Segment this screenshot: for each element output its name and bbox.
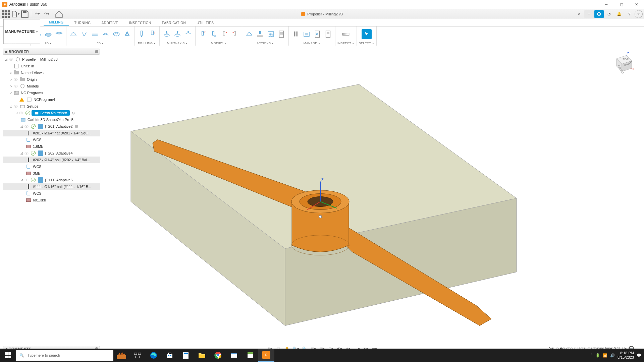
taskbar-calculator[interactable] xyxy=(178,349,194,362)
modify-toolpath-icon[interactable] xyxy=(219,29,229,39)
workspace-selector[interactable]: MANUFACTURE xyxy=(3,19,40,44)
tree-op1-tool[interactable]: #201 - Ø1/4" flat (#201 - 1/4" Squ... xyxy=(3,130,100,136)
tree-models[interactable]: ▷Models xyxy=(3,83,100,89)
hole-recognition-icon[interactable] xyxy=(147,29,157,39)
ribbon-label-3d[interactable]: 3D xyxy=(97,42,104,45)
tree-setup-roughout[interactable]: ◿Setup Roughout⊙ xyxy=(3,110,100,116)
tray-battery-icon[interactable]: 🔋 xyxy=(595,353,600,358)
measure-icon[interactable] xyxy=(341,29,351,39)
view-cube[interactable]: Z TOP FRONT RIGHT X xyxy=(607,51,634,77)
2d-face-icon[interactable] xyxy=(54,29,64,39)
close-doc-button[interactable]: ✕ xyxy=(574,10,584,18)
tree-op1-size[interactable]: 1.6Mb xyxy=(3,143,100,150)
taskbar-search[interactable]: 🔍Type here to search xyxy=(16,350,113,361)
machine-library-icon[interactable] xyxy=(302,29,312,39)
home-button[interactable] xyxy=(55,10,63,18)
taskbar-fusion[interactable]: F xyxy=(258,349,274,362)
profile-button[interactable]: JC xyxy=(635,10,643,18)
start-button[interactable] xyxy=(0,349,16,362)
ribbon-label-actions[interactable]: ACTIONS xyxy=(257,42,274,45)
template-library-icon[interactable]: G xyxy=(312,29,322,39)
close-button[interactable]: ✕ xyxy=(629,0,644,9)
3d-adaptive-icon[interactable] xyxy=(68,29,78,39)
3d-horizontal-icon[interactable] xyxy=(90,29,100,39)
modify-delete-icon[interactable] xyxy=(230,29,240,39)
minimize-button[interactable]: ─ xyxy=(599,0,614,9)
help-button[interactable]: ? xyxy=(625,10,634,18)
taskbar-chrome[interactable] xyxy=(210,349,226,362)
tree-named-views[interactable]: ▷Named Views xyxy=(3,69,100,76)
tree-op1-wcs[interactable]: WCS xyxy=(3,136,100,143)
taskbar-taskview[interactable] xyxy=(129,349,146,362)
new-tab-button[interactable]: ＋ xyxy=(584,10,594,18)
browser-header[interactable]: ◀BROWSER xyxy=(3,49,100,55)
post-process-icon[interactable]: G1G2 xyxy=(266,29,276,39)
tree-op2-tool[interactable]: #202 - Ø1/4" ball (#202 - 1/4" Bal... xyxy=(3,157,100,163)
tab-utilities[interactable]: UTILITIES xyxy=(191,20,219,26)
job-status-button[interactable]: ◔ xyxy=(604,10,614,18)
tree-ncprogram4[interactable]: NCProgram4 xyxy=(3,96,100,103)
task-manager-icon[interactable] xyxy=(323,29,333,39)
taskbar-edge[interactable] xyxy=(146,349,162,362)
tab-inspection[interactable]: INSPECTION xyxy=(124,20,157,26)
ribbon-label-manage[interactable]: MANAGE xyxy=(304,42,320,45)
ribbon-label-inspect[interactable]: INSPECT xyxy=(337,42,355,45)
ribbon-label-drilling[interactable]: DRILLING xyxy=(138,42,156,45)
taskbar-store[interactable] xyxy=(162,349,178,362)
modify-tool-icon[interactable] xyxy=(198,29,208,39)
maximize-button[interactable]: ▢ xyxy=(614,0,629,9)
extensions-button[interactable] xyxy=(594,10,604,18)
ribbon-label-2d[interactable]: 2D xyxy=(45,42,52,45)
tree-setups[interactable]: ◿Setups xyxy=(3,103,100,110)
tree-op3-tool[interactable]: #111 - Ø1/16" ball (#111 - 1/16" B... xyxy=(3,183,100,190)
data-panel-button[interactable] xyxy=(2,10,10,18)
modify-trim-icon[interactable] xyxy=(208,29,218,39)
tray-chevron-icon[interactable]: ˄ xyxy=(591,353,593,358)
tree-root[interactable]: ◿Propeller - Milling2 v3 xyxy=(3,56,100,63)
tree-op3[interactable]: ◿[T111] Adaptive5 xyxy=(3,177,100,183)
tree-op3-size[interactable]: 601.3kb xyxy=(3,197,100,203)
3d-contour-icon[interactable] xyxy=(111,29,121,39)
generate-icon[interactable] xyxy=(244,29,254,39)
ribbon-label-multiaxis[interactable]: MULTI-AXIS xyxy=(167,42,188,45)
file-menu-button[interactable]: ▾ xyxy=(11,10,20,18)
tray-notifications-icon[interactable]: 💬 xyxy=(637,353,641,358)
multiaxis-swarf-icon[interactable] xyxy=(162,29,172,39)
3d-parallel-icon[interactable] xyxy=(101,29,111,39)
simulate-icon[interactable] xyxy=(255,29,265,39)
tree-op3-wcs[interactable]: WCS xyxy=(3,190,100,197)
tree-origin[interactable]: ▷Origin xyxy=(3,76,100,83)
3d-pocket-icon[interactable] xyxy=(79,29,89,39)
ribbon-label-select[interactable]: SELECT xyxy=(359,42,374,45)
tree-op2-wcs[interactable]: WCS xyxy=(3,163,100,170)
tree-units[interactable]: Units: in xyxy=(3,63,100,69)
save-button[interactable] xyxy=(20,10,29,18)
multiaxis-contour-icon[interactable] xyxy=(172,29,182,39)
tab-fabrication[interactable]: FABRICATION xyxy=(157,20,191,26)
tab-turning[interactable]: TURNING xyxy=(69,20,96,26)
undo-button[interactable]: ↶▾ xyxy=(33,10,42,18)
multiaxis-flow-icon[interactable] xyxy=(183,29,193,39)
tool-library-icon[interactable] xyxy=(291,29,301,39)
tray-clock[interactable]: 8:18 PM8/15/2023 xyxy=(618,351,634,360)
2d-pocket-icon[interactable] xyxy=(43,29,53,39)
tab-milling[interactable]: MILLING xyxy=(44,19,69,26)
taskbar-weather[interactable] xyxy=(113,349,129,362)
setup-sheet-icon[interactable] xyxy=(276,29,286,39)
tree-op2-size[interactable]: 3Mb xyxy=(3,170,100,177)
taskbar-app2[interactable] xyxy=(242,349,258,362)
system-tray[interactable]: ˄ 🔋 📶 🔊 8:18 PM8/15/2023 💬 xyxy=(591,351,644,360)
tab-additive[interactable]: ADDITIVE xyxy=(96,20,124,26)
redo-button[interactable]: ↷▾ xyxy=(42,10,51,18)
taskbar-app1[interactable] xyxy=(226,349,242,362)
tree-op2[interactable]: ◿[T202] Adaptive4 xyxy=(3,150,100,157)
browser-settings-icon[interactable] xyxy=(95,50,98,53)
tree-machine[interactable]: Carbide3D ShapeOko Pro 5 xyxy=(3,116,100,123)
tree-nc-programs[interactable]: ◿GNC Programs xyxy=(3,89,100,96)
tray-volume-icon[interactable]: 🔊 xyxy=(610,353,615,358)
3d-ramp-icon[interactable] xyxy=(122,29,132,39)
drill-icon[interactable] xyxy=(137,29,147,39)
taskbar-explorer[interactable] xyxy=(194,349,210,362)
select-icon[interactable] xyxy=(362,29,372,39)
tray-wifi-icon[interactable]: 📶 xyxy=(603,353,607,358)
